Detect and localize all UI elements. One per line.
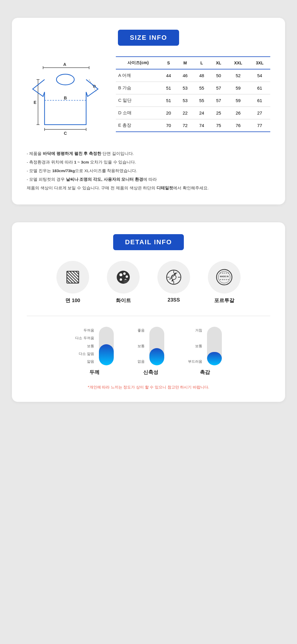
gauge-name: 신축성 xyxy=(143,369,158,376)
size-content: A E D C xyxy=(27,56,270,141)
table-cell: 46 xyxy=(177,69,193,82)
detail-icon-item: 화이트 xyxy=(102,261,144,304)
table-cell: 51 xyxy=(160,94,177,107)
table-header: XXL xyxy=(227,57,249,69)
gauge-fill xyxy=(99,344,114,366)
gauge-container: 두꺼움다소 두꺼움보통다소 얇음얇음 xyxy=(75,327,113,365)
table-row: D 소매202224252627 xyxy=(116,107,270,119)
table-cell: 27 xyxy=(249,107,270,119)
table-cell: 51 xyxy=(160,82,177,94)
size-note: - 모델 피팅컷의 경우 날씨나 조명의 각도, 사용자의 모니터 환경에 따라 xyxy=(27,175,270,183)
table-cell: 48 xyxy=(193,69,210,82)
table-cell: 44 xyxy=(160,69,177,82)
table-row: C 밑단515355575961 xyxy=(116,94,270,107)
table-cell: 52 xyxy=(227,69,249,82)
detail-icon-item: 면 100 xyxy=(52,261,94,304)
gauge-label: 좋음 xyxy=(138,328,145,333)
gauge-name: 두께 xyxy=(89,369,99,376)
table-cell: 24 xyxy=(193,107,210,119)
gauge-bar xyxy=(99,327,114,365)
gauge-label: 다소 얇음 xyxy=(75,351,94,356)
table-cell: 70 xyxy=(160,119,177,132)
table-row: A 어깨444648505254 xyxy=(116,69,270,82)
svg-text:A: A xyxy=(63,62,66,67)
table-cell: 57 xyxy=(210,94,227,107)
gauge-label: 없음 xyxy=(138,359,145,364)
detail-icons-row: 면 100 화이트 23SS ★ ★ ★ ★ ★ MADE IN ★ ★ ★ ★… xyxy=(27,261,270,304)
table-header: 3XL xyxy=(249,57,270,69)
gauge-label: 부드러움 xyxy=(188,359,202,364)
table-cell: 50 xyxy=(210,69,227,82)
table-row: B 가슴515355575961 xyxy=(116,82,270,94)
svg-line-22 xyxy=(67,277,73,283)
table-header: S xyxy=(160,57,177,69)
detail-icon-item: ★ ★ ★ ★ ★ MADE IN ★ ★ ★ ★ ★ 포르투갈 xyxy=(203,261,245,304)
divider xyxy=(27,316,270,316)
gauge-labels: 좋음보통없음 xyxy=(138,327,145,365)
table-header: XL xyxy=(210,57,227,69)
size-table-wrapper: 사이즈(cm)SMLXLXXL3XL A 어깨444648505254B 가슴5… xyxy=(116,56,270,132)
table-cell: 22 xyxy=(177,107,193,119)
gauge-fill xyxy=(149,348,164,366)
table-cell: 20 xyxy=(160,107,177,119)
table-cell: 75 xyxy=(210,119,227,132)
table-cell: 55 xyxy=(193,82,210,94)
madein-icon: ★ ★ ★ ★ ★ MADE IN ★ ★ ★ ★ ★ xyxy=(208,261,241,294)
gauge-label: 보통 xyxy=(75,344,94,349)
table-cell: 59 xyxy=(227,94,249,107)
svg-line-19 xyxy=(73,271,79,277)
table-cell: 57 xyxy=(210,82,227,94)
gauge-bar xyxy=(207,327,222,365)
detail-info-header: DETAIL INFO xyxy=(27,234,270,250)
size-info-card: SIZE INFO A E D xyxy=(12,18,285,204)
svg-point-29 xyxy=(119,273,122,276)
table-cell: D 소매 xyxy=(116,107,160,119)
svg-text:MADE IN: MADE IN xyxy=(220,275,229,277)
table-cell: 55 xyxy=(193,94,210,107)
palette-icon xyxy=(107,261,140,294)
season-icon xyxy=(157,261,190,294)
svg-line-20 xyxy=(76,271,79,274)
gauge-label: 보통 xyxy=(138,344,145,349)
svg-text:C: C xyxy=(64,131,67,136)
icon-label: 면 100 xyxy=(65,297,80,304)
svg-text:B: B xyxy=(64,96,67,100)
gauge-label: 거침 xyxy=(188,328,202,333)
size-note: - 제품을 바닥에 평평하게 펼친 후 측정한 단면 길이입니다. xyxy=(27,150,270,158)
gauge-labels: 거침보통부드러움 xyxy=(188,327,202,365)
table-header: 사이즈(cm) xyxy=(116,57,160,69)
table-cell: 76 xyxy=(227,119,249,132)
table-cell: 77 xyxy=(249,119,270,132)
svg-text:★ ★ ★ ★ ★: ★ ★ ★ ★ ★ xyxy=(219,279,229,280)
gauge-label: 보통 xyxy=(188,344,202,349)
svg-line-41 xyxy=(170,272,177,280)
icon-label: 화이트 xyxy=(116,297,131,304)
gauges-row: 두꺼움다소 두꺼움보통다소 얇음얇음두께좋음보통없음신축성거침보통부드러움촉감 xyxy=(27,327,270,376)
gauge-container: 거침보통부드러움 xyxy=(188,327,222,365)
gauge-item: 거침보통부드러움촉감 xyxy=(188,327,222,376)
detail-info-badge: DETAIL INFO xyxy=(113,234,184,250)
svg-point-33 xyxy=(120,278,122,281)
size-table: 사이즈(cm)SMLXLXXL3XL A 어깨444648505254B 가슴5… xyxy=(116,56,270,132)
icon-label: 포르투갈 xyxy=(214,297,234,304)
table-cell: 26 xyxy=(227,107,249,119)
table-cell: C 밑단 xyxy=(116,94,160,107)
gauge-container: 좋음보통없음 xyxy=(138,327,164,365)
table-cell: 53 xyxy=(177,94,193,107)
table-cell: 25 xyxy=(210,107,227,119)
table-cell: E 총장 xyxy=(116,119,160,132)
shirt-diagram: A E D C xyxy=(27,56,104,141)
svg-text:★ ★ ★ ★ ★: ★ ★ ★ ★ ★ xyxy=(219,272,229,274)
size-note: 제품의 색상이 다르게 보일 수 있습니다. 구매 전 제품의 색상은 하단의 … xyxy=(27,184,270,192)
size-info-header: SIZE INFO xyxy=(27,30,270,46)
table-cell: 61 xyxy=(249,94,270,107)
detail-icon-item: 23SS xyxy=(153,261,195,304)
svg-point-36 xyxy=(171,275,176,280)
svg-line-17 xyxy=(67,271,79,283)
size-note: - 모델 진우는 183cm/73kg으로 XL사이즈를 착용하였습니다. xyxy=(27,167,270,175)
fabric-icon xyxy=(56,261,89,294)
table-cell: A 어깨 xyxy=(116,69,160,82)
svg-text:E: E xyxy=(34,100,36,105)
gauge-name: 촉감 xyxy=(200,369,210,376)
gauge-item: 두꺼움다소 두꺼움보통다소 얇음얇음두께 xyxy=(75,327,113,376)
